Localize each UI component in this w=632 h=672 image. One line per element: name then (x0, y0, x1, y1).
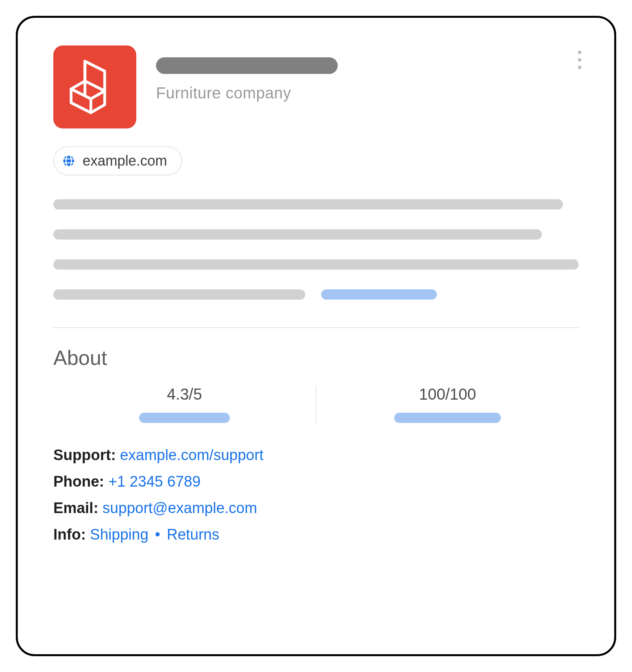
website-chip[interactable]: example.com (53, 146, 182, 176)
info-label: Info: (53, 526, 90, 543)
support-row: Support: example.com/support (53, 447, 579, 464)
returns-link[interactable]: Returns (167, 526, 219, 543)
text-placeholder (53, 259, 579, 270)
phone-row: Phone: +1 2345 6789 (53, 473, 579, 490)
section-divider (53, 327, 579, 328)
separator-bullet: • (149, 526, 167, 543)
business-name-placeholder (156, 57, 338, 74)
support-label: Support: (53, 447, 120, 463)
text-placeholder-row (53, 289, 579, 300)
info-row: Info: Shipping • Returns (53, 526, 579, 543)
globe-icon (62, 154, 75, 168)
about-heading: About (53, 346, 579, 370)
score-value: 100/100 (419, 385, 476, 403)
more-options-button[interactable] (575, 47, 585, 72)
stats-row: 4.3/5 100/100 (53, 385, 579, 423)
phone-link[interactable]: +1 2345 6789 (108, 473, 201, 490)
knowledge-panel-card: Furniture company example.com About 4.3/… (16, 16, 616, 656)
shipping-link[interactable]: Shipping (90, 526, 149, 543)
chair-icon (69, 57, 120, 117)
score-label-placeholder[interactable] (394, 413, 501, 423)
business-logo (53, 45, 136, 128)
rating-value: 4.3/5 (167, 385, 202, 403)
phone-label: Phone: (53, 473, 108, 490)
description-placeholders (53, 199, 579, 300)
text-placeholder (53, 199, 563, 210)
email-link[interactable]: support@example.com (103, 500, 257, 516)
email-label: Email: (53, 500, 103, 516)
email-row: Email: support@example.com (53, 500, 579, 517)
support-link[interactable]: example.com/support (120, 447, 263, 463)
header-section: Furniture company (53, 45, 579, 128)
title-block: Furniture company (156, 45, 579, 102)
rating-label-placeholder[interactable] (139, 413, 230, 423)
text-placeholder (53, 289, 305, 300)
website-url: example.com (83, 153, 167, 169)
score-stat: 100/100 (316, 385, 579, 423)
text-placeholder (53, 229, 542, 240)
link-placeholder[interactable] (321, 289, 437, 300)
contact-list: Support: example.com/support Phone: +1 2… (53, 447, 579, 543)
rating-stat: 4.3/5 (53, 385, 316, 423)
business-category: Furniture company (156, 84, 579, 102)
